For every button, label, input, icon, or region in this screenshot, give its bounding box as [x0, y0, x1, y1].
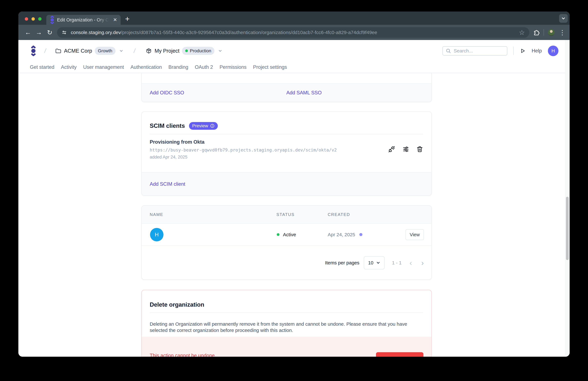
delete-organization-footer: This action cannot be undone. Delete org…	[142, 337, 431, 357]
production-dot-icon	[185, 49, 188, 52]
workspace-switcher[interactable]: ACME Corp Growth	[55, 47, 124, 55]
package-icon	[146, 48, 152, 54]
nav-item-activity[interactable]: Activity	[61, 64, 77, 70]
scrollbar-track[interactable]	[565, 40, 570, 357]
breadcrumb: / ACME Corp Growth /	[31, 45, 442, 56]
column-header-name: NAME	[150, 212, 163, 217]
sso-card-footer: Add OIDC SSO Add SAML SSO	[142, 83, 431, 102]
created-indicator-dot-icon	[359, 233, 362, 236]
scim-card-footer: Add SCIM client	[142, 172, 431, 195]
browser-window: Edit Organization - Ory Console ✕ + ← → …	[18, 12, 570, 357]
breadcrumb-separator: /	[133, 47, 136, 54]
scim-clients-title: SCIM clients	[150, 123, 185, 129]
url-path: /projects/d087b7a1-55f3-440c-a3c9-929564…	[121, 30, 377, 35]
tab-close-icon[interactable]: ✕	[113, 18, 117, 22]
previous-page-icon[interactable]: ‹	[410, 258, 412, 267]
items-per-page-label: Items per pages	[325, 260, 359, 266]
configure-sliders-icon[interactable]	[402, 146, 409, 153]
add-oidc-sso-link[interactable]: Add OIDC SSO	[150, 90, 184, 96]
status-label: Active	[283, 232, 296, 237]
column-header-created: CREATED	[328, 212, 350, 217]
table-row: H Active Apr 24, 2025 View	[142, 224, 431, 246]
connection-test-icon[interactable]	[388, 146, 395, 153]
browser-tab[interactable]: Edit Organization - Ory Console ✕	[46, 15, 121, 25]
extensions-puzzle-icon[interactable]	[533, 29, 540, 36]
nav-item-branding[interactable]: Branding	[168, 64, 188, 70]
ory-logo-icon[interactable]	[31, 45, 36, 56]
delete-trash-icon[interactable]	[416, 146, 423, 153]
divider	[150, 313, 423, 313]
bookmark-star-icon[interactable]: ☆	[519, 29, 525, 37]
table-header: NAME STATUS CREATED	[142, 206, 431, 224]
run-play-icon[interactable]	[520, 48, 525, 54]
nav-item-get-started[interactable]: Get started	[30, 64, 54, 70]
pagination: Items per pages 10 1 - 1 ‹ ›	[142, 246, 431, 280]
header-divider	[513, 47, 514, 55]
scrollbar-thumb[interactable]	[566, 197, 569, 260]
view-button[interactable]: View	[405, 229, 424, 240]
preview-badge-label: Preview	[192, 123, 208, 128]
tab-search-chevron-icon[interactable]	[559, 14, 568, 23]
page-content: Add OIDC SSO Add SAML SSO SCIM clients P…	[18, 73, 570, 357]
delete-organization-button[interactable]: Delete organization	[376, 352, 423, 357]
scim-client-added-date: added Apr 24, 2025	[150, 155, 423, 160]
nav-item-permissions[interactable]: Permissions	[220, 64, 247, 70]
divider	[150, 134, 423, 134]
console-header: / ACME Corp Growth /	[18, 40, 570, 62]
header-actions: Help H	[442, 45, 558, 56]
page-size-value: 10	[368, 260, 373, 266]
nav-item-user-management[interactable]: User management	[83, 64, 124, 70]
scim-client-name: Provisioning from Okta	[150, 139, 423, 145]
undone-warning-text: This action cannot be undone.	[150, 353, 216, 357]
project-nav: Get started Activity User management Aut…	[18, 62, 570, 73]
breadcrumb-separator: /	[44, 47, 47, 54]
chevron-down-icon	[218, 49, 222, 53]
site-settings-icon[interactable]	[62, 30, 67, 35]
forward-icon[interactable]: →	[33, 29, 44, 36]
tab-title: Edit Organization - Ory Console	[57, 17, 111, 22]
close-window-button[interactable]	[25, 17, 28, 21]
nav-item-project-settings[interactable]: Project settings	[253, 64, 287, 70]
search-icon	[446, 48, 451, 54]
browser-toolbar: ← → ↻ console.staging.ory.dev/projects/d…	[18, 25, 570, 40]
tab-favicon-ory-logo-icon	[50, 16, 55, 24]
column-header-status: STATUS	[276, 212, 295, 217]
add-saml-sso-link[interactable]: Add SAML SSO	[286, 90, 322, 96]
help-link[interactable]: Help	[532, 48, 542, 54]
project-env-badge: Production	[182, 47, 214, 55]
browser-profile-avatar[interactable]	[548, 29, 555, 36]
search-input[interactable]	[454, 48, 502, 54]
browser-menu-icon[interactable]: ⋮	[559, 29, 566, 36]
info-icon	[210, 124, 215, 128]
page-size-select[interactable]: 10	[364, 256, 385, 269]
delete-organization-card: Delete organization Deleting an Organiza…	[141, 290, 432, 357]
url-host: console.staging.ory.dev	[71, 30, 121, 35]
add-scim-client-link[interactable]: Add SCIM client	[150, 181, 185, 187]
project-switcher[interactable]: My Project Production	[146, 47, 222, 55]
nav-item-oauth2[interactable]: OAuth 2	[195, 64, 213, 70]
zoom-window-button[interactable]	[38, 17, 42, 21]
search-box[interactable]	[442, 46, 507, 55]
status-cell: Active	[277, 224, 296, 246]
organizations-table-card: NAME STATUS CREATED H Active Apr 24, 202…	[141, 205, 432, 280]
nav-item-authentication[interactable]: Authentication	[130, 64, 162, 70]
macos-window-controls	[25, 17, 42, 21]
user-avatar[interactable]: H	[548, 45, 558, 56]
preview-badge[interactable]: Preview	[189, 122, 218, 130]
reload-icon[interactable]: ↻	[44, 29, 55, 36]
scim-client-url: https://busy-beaver-gqwvd0fb79.projects.…	[150, 147, 423, 153]
workspace-plan-badge: Growth	[95, 47, 116, 55]
minimize-window-button[interactable]	[31, 17, 35, 21]
project-env-label: Production	[190, 48, 211, 53]
next-page-icon[interactable]: ›	[421, 258, 424, 267]
created-date: Apr 24, 2025	[328, 232, 355, 237]
back-icon[interactable]: ←	[22, 29, 33, 36]
address-bar[interactable]: console.staging.ory.dev/projects/d087b7a…	[57, 27, 529, 38]
sso-card: Add OIDC SSO Add SAML SSO	[141, 73, 432, 102]
org-avatar: H	[150, 228, 164, 241]
status-active-dot-icon	[277, 233, 279, 236]
new-tab-icon[interactable]: +	[125, 14, 130, 23]
project-name: My Project	[154, 48, 179, 54]
delete-organization-title: Delete organization	[142, 290, 431, 308]
chevron-down-icon	[119, 49, 124, 53]
